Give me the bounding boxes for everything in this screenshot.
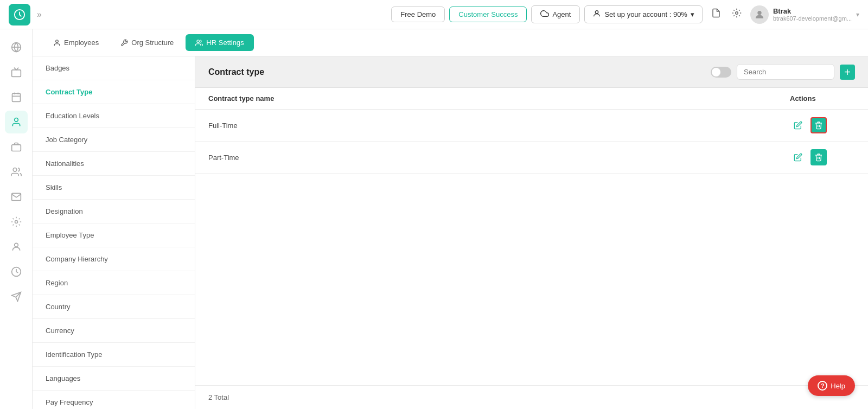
total-count: 2 Total — [208, 393, 229, 401]
content-area: Badges Contract Type Education Levels Jo… — [33, 56, 868, 409]
sidebar-item-languages[interactable]: Languages — [33, 367, 195, 391]
sidebar-item-country[interactable]: Country — [33, 295, 195, 319]
sidebar-icon-settings[interactable] — [5, 210, 28, 233]
help-label: Help — [831, 382, 845, 390]
sidebar-item-badges[interactable]: Badges — [33, 56, 195, 80]
table-row: Full-Time — [195, 110, 868, 142]
table-row: Part-Time — [195, 142, 868, 174]
sidebar-icon-team[interactable] — [5, 161, 28, 183]
agent-button[interactable]: Agent — [531, 5, 580, 23]
panel-header-right: + — [711, 64, 855, 80]
svg-rect-12 — [11, 145, 21, 151]
sidebar-icon-mail[interactable] — [5, 186, 28, 208]
col-contract-type-name-header: Contract type name — [208, 94, 790, 103]
app-logo[interactable] — [9, 4, 30, 25]
sidebar-item-employee-type[interactable]: Employee Type — [33, 223, 195, 247]
sidebar-item-job-category[interactable]: Job Category — [33, 128, 195, 152]
svg-point-11 — [14, 118, 18, 122]
help-circle-icon: ? — [818, 381, 827, 391]
svg-point-2 — [736, 12, 738, 15]
add-button[interactable]: + — [840, 65, 855, 80]
edit-button-full-time[interactable] — [790, 117, 806, 133]
sidebar-icon-tv[interactable] — [5, 61, 28, 84]
sidebar-icon-people[interactable] — [5, 111, 28, 133]
document-icon-button[interactable] — [709, 6, 723, 23]
tab-org-structure[interactable]: Org Structure — [111, 34, 183, 51]
sidebar-item-currency[interactable]: Currency — [33, 319, 195, 343]
contract-type-name-full-time: Full-Time — [208, 122, 790, 130]
col-actions-header: Actions — [790, 94, 855, 103]
settings-icon-button[interactable] — [730, 6, 744, 23]
tab-hr-settings-label: HR Settings — [206, 39, 244, 47]
cloud-icon — [540, 9, 549, 20]
search-input[interactable] — [737, 64, 834, 80]
data-table: Contract type name Actions Full-Time — [195, 88, 868, 385]
help-button[interactable]: ? Help — [808, 375, 855, 396]
svg-point-1 — [596, 11, 598, 14]
agent-label: Agent — [552, 10, 571, 18]
action-icons-full-time — [790, 117, 855, 133]
setup-label: Set up your account : 90% — [604, 10, 687, 18]
sidebar-item-nationalities[interactable]: Nationalities — [33, 152, 195, 176]
avatar — [750, 5, 769, 24]
sidebar-item-region[interactable]: Region — [33, 271, 195, 295]
nav-expand-icon[interactable]: » — [37, 10, 42, 20]
sidebar-icon-briefcase[interactable] — [5, 136, 28, 158]
free-demo-button[interactable]: Free Demo — [391, 7, 445, 22]
sub-nav: Employees Org Structure HR Settings — [33, 29, 868, 56]
tab-employees[interactable]: Employees — [43, 34, 108, 51]
sidebar-item-contract-type[interactable]: Contract Type — [33, 80, 195, 104]
sidebar-icon-globe[interactable] — [5, 36, 28, 59]
toggle-switch[interactable] — [711, 67, 731, 78]
user-circle-icon — [592, 9, 601, 20]
svg-point-20 — [197, 40, 200, 42]
tab-org-structure-label: Org Structure — [131, 39, 174, 47]
sidebar-icon-calendar[interactable] — [5, 86, 28, 108]
delete-button-part-time[interactable] — [810, 149, 827, 165]
panel-title: Contract type — [208, 67, 264, 77]
panel-footer: 2 Total — [195, 385, 868, 409]
sidebar-icon-person[interactable] — [5, 235, 28, 258]
setup-account-button[interactable]: Set up your account : 90% ▾ — [584, 5, 702, 23]
sidebar-icon-send[interactable] — [5, 285, 28, 308]
sidebar-item-pay-frequency[interactable]: Pay Frequency — [33, 391, 195, 409]
customer-success-button[interactable]: Customer Success — [449, 7, 527, 22]
svg-point-14 — [15, 221, 17, 223]
panel-header: Contract type + — [195, 56, 868, 88]
contract-type-name-part-time: Part-Time — [208, 154, 790, 162]
top-nav-center: Free Demo Customer Success Agent Set up … — [391, 5, 703, 23]
settings-sidebar: Badges Contract Type Education Levels Jo… — [33, 56, 195, 409]
svg-rect-6 — [11, 70, 21, 77]
sidebar-item-identification-type[interactable]: Identification Type — [33, 343, 195, 367]
user-chevron-icon: ▾ — [856, 11, 859, 18]
sidebar-item-skills[interactable]: Skills — [33, 176, 195, 200]
sidebar-item-education-levels[interactable]: Education Levels — [33, 104, 195, 128]
top-nav: » Free Demo Customer Success Agent Set u… — [0, 0, 868, 29]
left-sidebar — [0, 29, 33, 409]
sidebar-item-company-hierarchy[interactable]: Company Hierarchy — [33, 247, 195, 271]
delete-button-full-time[interactable] — [810, 117, 827, 133]
user-details: Btrak btrak607-development@gm... — [773, 7, 852, 22]
user-email: btrak607-development@gm... — [773, 15, 852, 22]
table-header-row: Contract type name Actions — [195, 88, 868, 110]
tab-hr-settings[interactable]: HR Settings — [186, 34, 253, 51]
svg-point-19 — [56, 40, 59, 42]
main-panel: Contract type + Contract type name Actio… — [195, 56, 868, 409]
tab-employees-label: Employees — [64, 39, 99, 47]
top-nav-right: Btrak btrak607-development@gm... ▾ — [709, 5, 859, 24]
user-info[interactable]: Btrak btrak607-development@gm... ▾ — [750, 5, 859, 24]
svg-point-15 — [14, 243, 18, 247]
svg-point-13 — [13, 168, 17, 172]
setup-chevron: ▾ — [691, 10, 694, 18]
user-name: Btrak — [773, 7, 852, 15]
sidebar-item-designation[interactable]: Designation — [33, 200, 195, 223]
sidebar-icon-clock[interactable] — [5, 260, 28, 283]
svg-point-3 — [758, 11, 762, 15]
svg-rect-7 — [12, 93, 20, 101]
action-icons-part-time — [790, 149, 855, 165]
edit-button-part-time[interactable] — [790, 149, 806, 165]
main-wrapper: Employees Org Structure HR Settings Badg… — [33, 29, 868, 409]
